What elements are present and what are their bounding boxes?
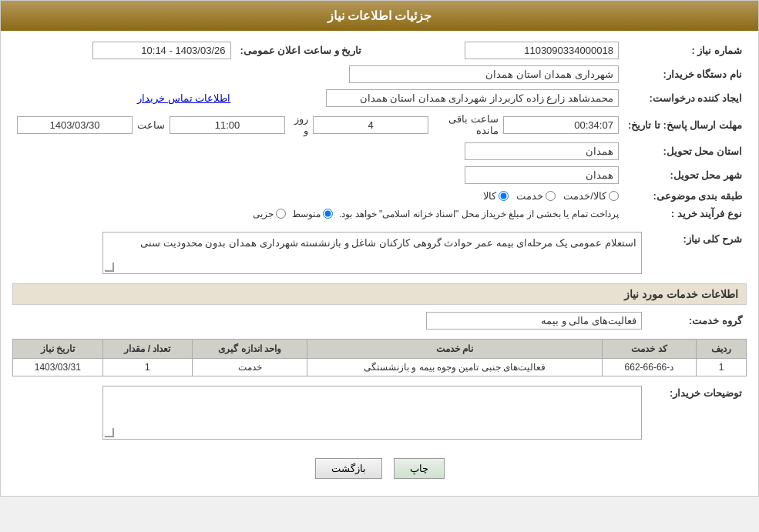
procurement-jozi-radio[interactable] [276, 209, 286, 219]
services-section-title: اطلاعات خدمات مورد نیاز [12, 283, 747, 305]
deadline-date-box: 1403/03/30 [17, 116, 133, 134]
cell-row: 1 [696, 359, 746, 376]
service-group-box: فعالیت‌های مالی و بیمه [426, 312, 642, 330]
announce-date-box: 1403/03/26 - 10:14 [92, 42, 231, 59]
province-box: همدان [465, 142, 619, 160]
col-qty: تعداد / مقدار [102, 340, 192, 359]
category-label: طبقه بندی موضوعی: [623, 187, 747, 205]
col-name: نام خدمت [307, 340, 603, 359]
procurement-mutavasset-label: متوسط [292, 209, 321, 219]
procurement-mutavasset-radio[interactable] [323, 209, 333, 219]
buyer-desc-box [102, 386, 642, 440]
deadline-label: مهلت ارسال پاسخ: تا تاریخ: [623, 110, 747, 139]
description-table: شرح کلی نیاز: استعلام عمومی یک مرحله‌ای … [12, 229, 747, 277]
need-number-box: 1103090334000018 [465, 42, 619, 59]
category-khidmat-radio[interactable] [546, 191, 556, 201]
table-row: 1 د-66-66-662 فعالیت‌های جنبی تامین وجوه… [13, 359, 747, 376]
deadline-days-box: 4 [313, 116, 428, 134]
services-table: ردیف کد خدمت نام خدمت واحد اندازه گیری ت… [12, 339, 747, 376]
category-kala-label: کالا [483, 190, 496, 202]
col-date: تاریخ نیاز [13, 340, 103, 359]
description-box: استعلام عمومی یک مرحله‌ای بیمه عمر حوادث… [102, 232, 642, 274]
procurement-mutavasset[interactable]: متوسط [292, 209, 333, 219]
city-value: همدان [12, 163, 623, 187]
deadline-row: 00:34:07 ساعت باقی مانده 4 روز و 11:00 س… [12, 110, 623, 139]
cell-date: 1403/03/31 [13, 359, 103, 376]
cell-qty: 1 [102, 359, 192, 376]
page-title: جزئیات اطلاعات نیاز [327, 9, 432, 22]
service-group-value: فعالیت‌های مالی و بیمه [12, 309, 646, 333]
cell-code: د-66-66-662 [602, 359, 696, 376]
city-box: همدان [465, 166, 619, 184]
procurement-label: نوع فرآیند خرید : [623, 205, 747, 223]
creator-box: محمدشاهد زارع زاده کاربرداز شهرداری همدا… [326, 89, 619, 107]
category-kala-radio[interactable] [499, 191, 509, 201]
procurement-jozi[interactable]: جزیی [253, 209, 286, 219]
announce-date-value: 1403/03/26 - 10:14 [12, 38, 236, 62]
page-header: جزئیات اطلاعات نیاز [1, 1, 758, 31]
category-value: کالا/خدمت خدمت کالا [12, 187, 623, 205]
buyer-desc-value [12, 383, 646, 443]
back-button[interactable]: بازگشت [315, 458, 382, 479]
buyer-org-box: شهرداری همدان استان همدان [349, 65, 619, 83]
creator-value: محمدشاهد زارع زاده کاربرداز شهرداری همدا… [236, 86, 623, 110]
procurement-row: پرداخت تمام یا بخشی از مبلغ خریداز محل "… [12, 205, 623, 223]
need-number-label: شماره نیاز : [623, 38, 747, 62]
category-kala-khidmat-radio[interactable] [609, 191, 619, 201]
province-label: استان محل تحویل: [623, 139, 747, 163]
category-kala-khidmat[interactable]: کالا/خدمت [563, 190, 619, 202]
remaining-time-box: 00:34:07 [503, 116, 619, 134]
province-value: همدان [12, 139, 623, 163]
city-label: شهر محل تحویل: [623, 163, 747, 187]
buyer-desc-table: توضیحات خریدار: [12, 383, 747, 443]
announce-date-label: تاریخ و ساعت اعلان عمومی: [236, 38, 378, 62]
col-code: کد خدمت [602, 340, 696, 359]
category-kala[interactable]: کالا [483, 190, 509, 202]
deadline-days-label: روز و [290, 113, 308, 136]
description-label: شرح کلی نیاز: [646, 229, 747, 277]
buttons-row: چاپ بازگشت [12, 449, 747, 488]
category-khidmat[interactable]: خدمت [516, 190, 556, 202]
page-wrapper: جزئیات اطلاعات نیاز شماره نیاز : 1103090… [0, 0, 759, 497]
info-table: شماره نیاز : 1103090334000018 تاریخ و سا… [12, 38, 747, 223]
deadline-time-label: ساعت [137, 119, 165, 131]
need-number-value: 1103090334000018 [377, 38, 623, 62]
description-text: استعلام عمومی یک مرحله‌ای بیمه عمر حوادث… [140, 237, 636, 249]
buyer-org-value: شهرداری همدان استان همدان [12, 62, 623, 86]
creator-label: ایجاد کننده درخواست: [623, 86, 747, 110]
service-group-label: گروه خدمت: [646, 309, 747, 333]
cell-unit: خدمت [193, 359, 307, 376]
main-content: شماره نیاز : 1103090334000018 تاریخ و سا… [1, 31, 758, 496]
deadline-time-box: 11:00 [170, 116, 285, 134]
service-group-table: گروه خدمت: فعالیت‌های مالی و بیمه [12, 309, 747, 333]
contact-link[interactable]: اطلاعات تماس خریدار [137, 92, 230, 104]
contact-link-cell[interactable]: اطلاعات تماس خریدار [12, 86, 236, 110]
category-kala-khidmat-label: کالا/خدمت [563, 190, 606, 202]
col-unit: واحد اندازه گیری [193, 340, 307, 359]
col-row: ردیف [696, 340, 746, 359]
description-value: استعلام عمومی یک مرحله‌ای بیمه عمر حوادث… [12, 229, 646, 277]
buyer-desc-label: توضیحات خریدار: [646, 383, 747, 443]
category-khidmat-label: خدمت [516, 190, 543, 202]
payment-note: پرداخت تمام یا بخشی از مبلغ خریداز محل "… [339, 209, 619, 219]
buyer-org-label: نام دستگاه خریدار: [623, 62, 747, 86]
remaining-label: ساعت باقی مانده [433, 113, 499, 136]
print-button[interactable]: چاپ [394, 458, 445, 479]
cell-name: فعالیت‌های جنبی تامین وجوه بیمه و بازنشس… [307, 359, 603, 376]
procurement-jozi-label: جزیی [253, 209, 274, 219]
